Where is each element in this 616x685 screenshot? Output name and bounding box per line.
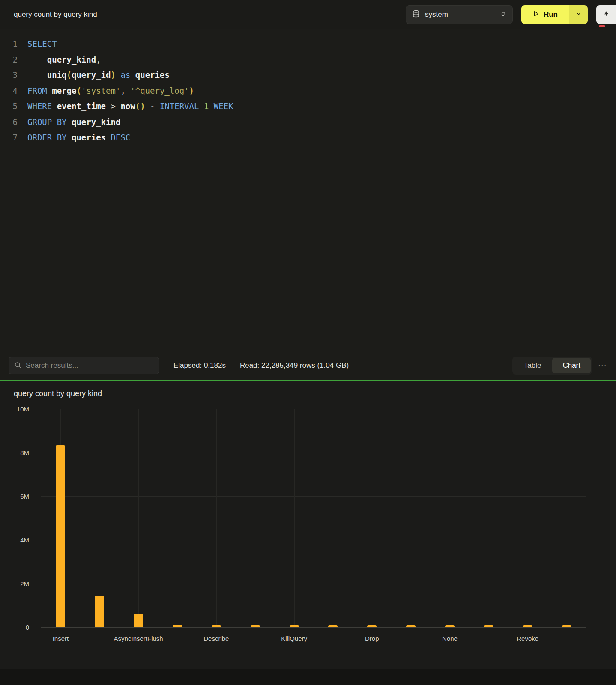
gridline-horizontal — [41, 540, 586, 540]
x-axis-label: KillQuery — [281, 635, 307, 642]
chart-bar — [523, 625, 532, 627]
line-number: 2 — [0, 52, 18, 68]
chart-bar — [251, 625, 260, 627]
run-options-button[interactable] — [569, 5, 588, 24]
line-number: 7 — [0, 130, 18, 146]
code-token: INTERVAL — [160, 101, 199, 111]
chart-bar — [134, 614, 143, 627]
up-down-chevrons-icon — [500, 11, 506, 19]
code-token: - — [145, 101, 160, 111]
database-selector[interactable]: system — [406, 5, 513, 24]
code-token: '^query_log' — [130, 86, 189, 95]
code-token: DESC — [111, 133, 131, 142]
x-axis-label: Revoke — [517, 635, 538, 642]
bottom-strip — [0, 669, 616, 685]
line-number: 5 — [0, 98, 18, 114]
gridline-horizontal — [41, 627, 586, 628]
code-token: as — [120, 70, 130, 80]
line-number: 4 — [0, 83, 18, 99]
code-token — [130, 70, 135, 80]
run-button-label: Run — [544, 10, 558, 19]
code-text: SELECT — [27, 36, 57, 52]
code-token: now — [120, 101, 135, 111]
code-line: 4FROM merge('system', '^query_log') — [0, 83, 616, 99]
code-token — [67, 133, 72, 142]
chart-panel: query count by query kind 02M4M6M8M10M I… — [0, 381, 616, 669]
tab-table[interactable]: Table — [514, 358, 552, 373]
y-axis-label: 0 — [26, 624, 29, 631]
code-text: query_kind, — [27, 52, 101, 68]
code-token: ) — [111, 70, 116, 80]
code-token — [199, 101, 203, 111]
code-token — [47, 86, 52, 95]
results-toolbar: Elapsed: 0.182s Read: 22,285,349 rows (1… — [0, 351, 616, 380]
chart-bar — [562, 625, 571, 627]
topbar: query count by query kind system Run — [0, 0, 616, 29]
code-token: query_kind — [47, 55, 96, 64]
gridline-vertical — [216, 409, 217, 627]
chart-title: query count by query kind — [14, 389, 102, 398]
search-results-box[interactable] — [9, 357, 159, 374]
code-token: 1 — [204, 101, 209, 111]
chart-plot-area — [41, 409, 586, 627]
search-results-input[interactable] — [26, 361, 154, 370]
tab-chart[interactable]: Chart — [552, 358, 591, 373]
code-token: GROUP BY — [27, 117, 67, 127]
chart-bar — [290, 625, 299, 627]
code-token: query_id — [72, 70, 111, 80]
gridline-vertical — [138, 409, 139, 627]
play-icon — [532, 10, 539, 19]
database-icon — [412, 10, 420, 19]
code-token: uniq — [47, 70, 67, 80]
code-token: merge — [52, 86, 76, 95]
code-token — [27, 70, 47, 80]
view-toggle: Table Chart — [512, 357, 592, 375]
x-axis-label: AsyncInsertFlush — [114, 635, 163, 642]
search-icon — [14, 361, 21, 370]
chart-bar — [484, 625, 493, 627]
gridline-vertical — [528, 409, 528, 627]
app-window: { "topbar": { "title": "query count by q… — [0, 0, 616, 685]
more-options-button[interactable]: ⋯ — [598, 361, 607, 370]
code-token — [67, 117, 72, 127]
database-selector-value: system — [425, 10, 495, 19]
line-number: 3 — [0, 67, 18, 83]
code-token: ) — [189, 86, 194, 95]
code-text: WHERE event_time > now() - INTERVAL 1 WE… — [27, 98, 233, 114]
editor-lines: 1SELECT2 query_kind,3 uniq(query_id) as … — [0, 36, 616, 146]
gridline-horizontal — [41, 496, 586, 497]
chart-bar — [406, 625, 416, 627]
chart-bar — [212, 625, 221, 627]
code-token: WHERE — [27, 101, 52, 111]
line-number: 6 — [0, 114, 18, 130]
chart-bar — [367, 625, 377, 627]
gridline-horizontal — [41, 453, 586, 453]
gridline-vertical — [372, 409, 372, 627]
gridline-vertical — [450, 409, 450, 627]
code-line: 2 query_kind, — [0, 52, 616, 68]
code-token: , — [96, 55, 101, 64]
code-token: , — [120, 86, 130, 95]
code-line: 6GROUP BY query_kind — [0, 114, 616, 130]
chart-bar — [95, 596, 104, 627]
y-axis-label: 10M — [17, 405, 29, 413]
line-number: 1 — [0, 36, 18, 52]
code-text: FROM merge('system', '^query_log') — [27, 83, 194, 99]
sql-editor[interactable]: 1SELECT2 query_kind,3 uniq(query_id) as … — [0, 29, 616, 351]
y-axis-label: 6M — [20, 493, 29, 500]
run-button[interactable]: Run — [521, 5, 569, 24]
query-title: query count by query kind — [14, 10, 97, 19]
plot-right-border — [586, 409, 586, 627]
code-token: FROM — [27, 86, 47, 95]
code-token — [116, 70, 120, 80]
gridline-horizontal — [41, 409, 586, 409]
code-token: 'system' — [81, 86, 121, 95]
code-token: WEEK — [214, 101, 233, 111]
code-token: ( — [76, 86, 81, 95]
code-token: query_kind — [72, 117, 120, 127]
x-axis-label: Insert — [53, 635, 69, 642]
x-axis-label: None — [442, 635, 458, 642]
code-token — [52, 101, 57, 111]
gridline-vertical — [294, 409, 295, 627]
partial-right-button[interactable] — [596, 5, 616, 24]
